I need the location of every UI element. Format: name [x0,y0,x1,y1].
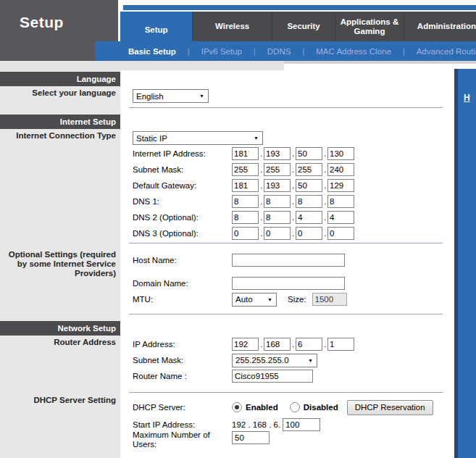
mtu-size-input [312,293,347,306]
field-label: DNS 1: [133,197,232,207]
ip-octet-input[interactable] [327,211,354,224]
ip-octet-input[interactable] [264,227,291,240]
section-divider [129,392,443,393]
section-header-language: Language [0,72,120,86]
dhcp-reservation-button[interactable]: DHCP Reservation [347,400,433,415]
field-label: Subnet Mask: [133,356,232,365]
tab-administration-label: Administration [417,22,476,31]
router-name-input[interactable] [232,370,313,383]
connection-type-select[interactable]: Static IP ▼ [133,131,263,145]
subnav-separator: | [254,47,256,56]
field-label: Maximum Number of Users: [133,430,214,449]
help-link[interactable]: H [464,93,470,103]
ip-octet-input[interactable] [264,147,291,160]
sidebar-label-dhcp-setting: DHCP Server Setting [3,396,120,405]
field-label: IP Address: [133,340,232,349]
ip-octet-input[interactable] [296,195,322,208]
octet-separator: . [259,229,264,238]
octet-separator: . [259,165,264,174]
ip-octet-input[interactable] [296,338,322,351]
ip-octet-input[interactable] [232,211,259,224]
ip-octet-input[interactable] [232,338,259,351]
octet-separator: . [322,197,327,206]
language-select-value: English [136,92,164,101]
ip-octet-input[interactable] [232,147,259,160]
ip-octet-input[interactable] [264,195,291,208]
octet-separator: . [322,165,327,174]
tab-wireless-label: Wireless [215,22,249,31]
subnav-separator: | [403,47,405,56]
subnav-separator: | [302,47,304,56]
ip-octet-input[interactable] [264,338,291,351]
help-panel: H [454,69,476,458]
tab-security[interactable]: Security [272,12,335,41]
field-label: DNS 3 (Optional): [133,229,232,238]
default-gateway-row: Default Gateway: . . . [133,178,454,193]
ip-octet-input[interactable] [264,211,291,224]
subnav-mac-address-clone[interactable]: MAC Address Clone [316,47,391,56]
ip-octet-input[interactable] [232,227,259,240]
mtu-select[interactable]: Auto ▼ [232,293,277,307]
subnav-advanced-routing[interactable]: Advanced Routing [417,47,476,56]
ip-octet-input[interactable] [232,195,259,208]
ip-octet-input[interactable] [296,147,322,160]
page-title: Setup [20,14,64,31]
octet-separator: . [322,340,327,349]
octet-separator: . [291,340,296,349]
ip-octet-input[interactable] [327,163,354,176]
tab-wireless[interactable]: Wireless [192,12,272,41]
dropdown-arrow-icon: ▼ [308,358,313,363]
ip-octet-input[interactable] [327,227,354,240]
subnet-mask-select[interactable]: 255.255.255.0 ▼ [232,354,317,367]
ip-octet-input[interactable] [232,179,259,192]
tab-setup-label: Setup [145,25,168,35]
octet-separator: . [291,149,296,158]
tab-applications-gaming[interactable]: Applications & Gaming [335,12,404,41]
ip-octet-input[interactable] [296,179,322,192]
dns3-row: DNS 3 (Optional): . . . [133,226,454,241]
octet-separator: . [291,181,296,190]
octet-separator: . [291,229,296,238]
subnav-basic-setup[interactable]: Basic Setup [128,47,176,56]
domain-name-input[interactable] [232,277,345,290]
octet-separator: . [259,149,264,158]
ip-octet-input[interactable] [327,338,354,351]
octet-separator: . [259,340,264,349]
sidebar-label-connection-type: Internet Connection Type [3,131,120,141]
section-divider [129,243,443,243]
tab-administration[interactable]: Administration [404,12,476,41]
router-setup-page: Setup Setup Wireless Security Applicatio… [0,0,476,458]
field-label: Subnet Mask: [133,165,232,175]
size-label: Size: [288,295,306,304]
dhcp-disabled-radio[interactable] [290,402,300,412]
max-users-input[interactable] [232,431,270,444]
ip-octet-input[interactable] [327,179,354,192]
dhcp-enabled-label: Enabled [246,403,278,412]
ip-octet-input[interactable] [264,179,291,192]
dns1-row: DNS 1: . . . [133,194,454,209]
octet-separator: . [291,213,296,222]
subnav-ddns[interactable]: DDNS [267,47,291,56]
subnet-mask-row: Subnet Mask: . . . [133,162,454,177]
router-name-row: Router Name : [133,369,454,383]
start-ip-input[interactable] [283,418,320,431]
header-accent-strip [123,5,476,10]
host-name-input[interactable] [232,254,345,267]
mtu-row: MTU: Auto ▼ Size: [133,292,454,307]
sidebar-label-select-language: Select your language [3,88,120,98]
ip-octet-input[interactable] [296,211,322,224]
dhcp-enabled-radio[interactable] [232,402,242,412]
start-ip-row: Start IP Address: 192 . 168 . 6. [133,417,454,432]
ip-octet-input[interactable] [327,147,354,160]
ip-octet-input[interactable] [264,163,291,176]
dhcp-disabled-label: Disabled [304,403,338,412]
octet-separator: . [259,213,264,222]
subnav-ipv6-setup[interactable]: IPv6 Setup [201,47,242,56]
ip-octet-input[interactable] [296,163,322,176]
ip-octet-input[interactable] [232,163,259,176]
language-select[interactable]: English ▼ [133,89,209,103]
tab-setup[interactable]: Setup [120,12,192,41]
ip-octet-input[interactable] [296,227,322,240]
main-content: English ▼ Static IP ▼ Internet IP Addres… [122,70,454,458]
ip-octet-input[interactable] [327,195,354,208]
